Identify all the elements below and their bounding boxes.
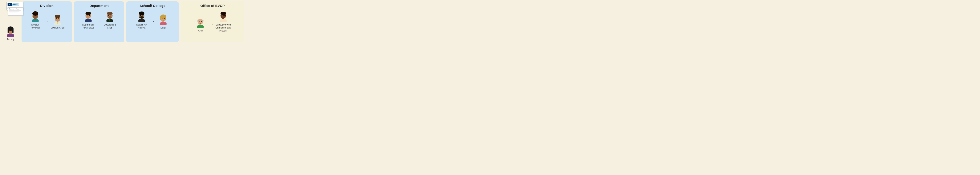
svg-point-47 <box>140 15 141 16</box>
apo-avatar <box>194 15 207 28</box>
evcp-avatar <box>217 10 230 22</box>
svg-point-6 <box>9 31 10 31</box>
svg-point-41 <box>111 15 111 16</box>
svg-point-76 <box>224 15 225 16</box>
svg-point-39 <box>108 16 112 19</box>
svg-point-56 <box>164 18 165 19</box>
school-title: School/ College <box>140 4 165 8</box>
evcp-person-container: Executive Vice Chancellor and Provost <box>215 10 231 32</box>
svg-point-31 <box>87 15 88 16</box>
dept-chair-container: Department Chair <box>103 10 116 29</box>
apo-container: APO <box>194 15 207 32</box>
workflow-diagram: UC ATS Category 1 Form <box>0 0 245 44</box>
faculty-avatar-container: Faculty <box>4 24 17 41</box>
school-section: School/ College <box>126 2 179 42</box>
deans-analyst-avatar <box>135 10 148 22</box>
svg-point-48 <box>143 15 143 16</box>
svg-point-65 <box>201 21 202 22</box>
ats-badge: ATS <box>13 3 19 6</box>
svg-point-14 <box>34 11 37 14</box>
dept-chair-avatar <box>103 10 116 22</box>
dept-chair-label: Department Chair <box>104 23 116 29</box>
division-section: Division <box>22 2 72 42</box>
department-title: Department <box>89 4 108 8</box>
faculty-section: UC ATS Category 1 Form <box>0 0 21 44</box>
svg-point-64 <box>199 21 200 22</box>
division-chair-container: Division Chair <box>51 13 65 29</box>
faculty-avatar <box>4 24 17 37</box>
svg-point-8 <box>8 31 8 32</box>
svg-point-58 <box>166 19 166 19</box>
faculty-label: Faculty <box>7 38 14 41</box>
dept-analyst-avatar <box>82 10 95 22</box>
division-reviewer-label: Division Reviewer <box>30 23 40 29</box>
division-arrow: → <box>43 18 49 24</box>
svg-point-23 <box>55 15 60 18</box>
evcp-label: Executive Vice Chancellor and Provost <box>215 23 231 32</box>
school-arrow: → <box>150 18 155 24</box>
form-title: Category 1 Form <box>9 8 22 10</box>
department-content: Department AP Analyst → <box>82 10 116 29</box>
apo-label: APO <box>198 29 203 32</box>
svg-rect-54 <box>165 17 166 20</box>
svg-point-18 <box>38 16 38 17</box>
svg-line-74 <box>225 15 226 16</box>
svg-point-15 <box>34 16 35 16</box>
dean-avatar <box>157 13 170 25</box>
category-form-card: Category 1 Form <box>8 7 23 16</box>
evcp-title: Office of EVCP <box>200 4 225 8</box>
dept-analyst-label: Department AP Analyst <box>82 23 94 29</box>
division-chair-label: Division Chair <box>51 26 65 29</box>
svg-point-17 <box>32 16 33 17</box>
svg-point-16 <box>36 16 37 16</box>
svg-line-73 <box>221 15 221 16</box>
school-content: Dean's AP Analyst → <box>135 10 170 29</box>
svg-point-32 <box>89 15 90 16</box>
evcp-arrow: → <box>208 21 214 27</box>
svg-rect-5 <box>13 29 14 33</box>
svg-point-30 <box>86 12 91 15</box>
svg-point-24 <box>56 18 57 19</box>
svg-point-38 <box>107 12 113 15</box>
deans-analyst-container: Dean's AP Analyst <box>135 10 148 29</box>
svg-point-57 <box>160 19 161 19</box>
division-title: Division <box>40 4 53 8</box>
svg-point-7 <box>11 31 12 31</box>
division-reviewer-avatar <box>29 10 42 22</box>
uc-logo: UC <box>8 3 12 6</box>
dept-analyst-container: Department AP Analyst <box>82 10 95 29</box>
dean-label: Dean <box>161 26 166 29</box>
svg-point-75 <box>222 15 222 16</box>
deans-analyst-label: Dean's AP Analyst <box>137 23 147 29</box>
svg-rect-53 <box>160 17 161 20</box>
division-reviewer-container: Division Reviewer <box>29 10 42 29</box>
svg-point-69 <box>221 12 226 15</box>
dean-container: Dean <box>157 13 170 29</box>
evcp-content: APO → <box>194 10 231 32</box>
department-section: Department <box>74 2 124 42</box>
division-content: Division Reviewer → <box>29 10 65 29</box>
svg-point-25 <box>59 18 59 19</box>
svg-point-55 <box>162 18 162 19</box>
svg-point-45 <box>139 11 145 15</box>
svg-point-40 <box>108 15 109 16</box>
evcp-section: Office of EVCP <box>181 2 244 42</box>
division-chair-avatar <box>51 13 64 25</box>
department-arrow: → <box>97 18 102 24</box>
